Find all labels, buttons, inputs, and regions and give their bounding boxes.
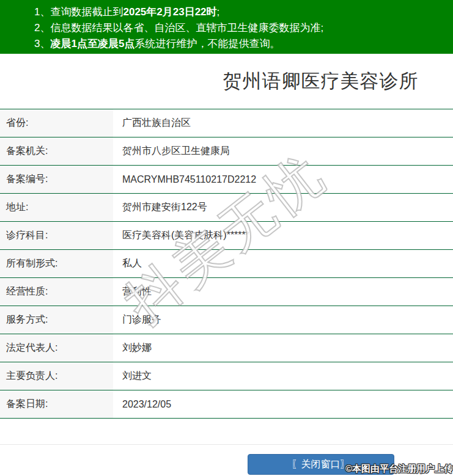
field-value: 刘进文 <box>113 362 453 390</box>
notice-banner: 1、查询数据截止到2025年2月23日22时; 2、信息数据结果以各省、自治区、… <box>0 0 453 54</box>
field-value: 贺州市建安街122号 <box>113 194 453 221</box>
notice-text: 信息数据结果以各省、自治区、直辖市卫生健康委数据为准; <box>50 22 323 34</box>
field-value: 广西壮族自治区 <box>113 109 453 137</box>
table-row-ownership-form: 所有制形式: 私人 <box>0 250 453 278</box>
field-value: 门诊服务 <box>113 306 453 334</box>
close-window-button[interactable]: 〖关闭窗口〗 <box>248 454 394 475</box>
registration-info-table: 省份: 广西壮族自治区 备案机关: 贺州市八步区卫生健康局 备案编号: MACR… <box>0 109 453 419</box>
table-row-filing-authority: 备案机关: 贺州市八步区卫生健康局 <box>0 137 453 166</box>
field-value: 2023/12/05 <box>113 390 453 418</box>
notice-text-bold: 2025年2月23日22时 <box>123 6 216 18</box>
field-label: 主要负责人: <box>0 362 113 390</box>
field-label: 经营性质: <box>0 278 113 306</box>
page-title: 贺州语卿医疗美容诊所 <box>223 68 419 94</box>
field-value: 医疗美容科(美容皮肤科)****** <box>113 222 453 249</box>
query-result-page: 1、查询数据截止到2025年2月23日22时; 2、信息数据结果以各省、自治区、… <box>0 0 453 476</box>
notice-number: 3、 <box>34 38 50 49</box>
notice-line-3: 3、凌晨1点至凌晨5点系统进行维护，不能提供查询。 <box>34 36 447 52</box>
field-label: 备案日期: <box>0 390 113 418</box>
table-row-legal-representative: 法定代表人: 刘妙娜 <box>0 334 453 362</box>
field-label: 服务方式: <box>0 306 113 334</box>
notice-line-1: 1、查询数据截止到2025年2月23日22时; <box>34 4 447 20</box>
table-row-address: 地址: 贺州市建安街122号 <box>0 194 453 222</box>
notice-number: 2、 <box>34 22 50 34</box>
table-row-filing-number: 备案编号: MACRYMHB745110217D2212 <box>0 166 453 194</box>
field-value: MACRYMHB745110217D2212 <box>113 166 453 193</box>
notice-line-2: 2、信息数据结果以各省、自治区、直辖市卫生健康委数据为准; <box>34 20 447 36</box>
field-label: 备案机关: <box>0 137 113 165</box>
notice-number: 1、 <box>34 6 50 18</box>
field-value: 私人 <box>113 250 453 277</box>
footer-divider <box>0 444 453 445</box>
table-row-province: 省份: 广西壮族自治区 <box>0 109 453 137</box>
field-label: 诊疗科目: <box>0 222 113 249</box>
table-row-treatment-subjects: 诊疗科目: 医疗美容科(美容皮肤科)****** <box>0 222 453 250</box>
notice-text: 系统进行维护，不能提供查询。 <box>134 38 280 49</box>
table-row-filing-date: 备案日期: 2023/12/05 <box>0 390 453 419</box>
table-row-principal: 主要负责人: 刘进文 <box>0 362 453 390</box>
notice-text: 查询数据截止到 <box>50 6 123 18</box>
field-label: 所有制形式: <box>0 250 113 277</box>
field-label: 法定代表人: <box>0 334 113 362</box>
notice-text-bold: 凌晨1点至凌晨5点 <box>50 38 134 49</box>
footer-area: 〖关闭窗口〗 <box>0 444 453 476</box>
field-value: 刘妙娜 <box>113 334 453 362</box>
field-value: 贺州市八步区卫生健康局 <box>113 137 453 165</box>
table-row-business-nature: 经营性质: 营利性 <box>0 278 453 306</box>
field-label: 省份: <box>0 109 113 137</box>
field-value: 营利性 <box>113 278 453 306</box>
table-row-service-mode: 服务方式: 门诊服务 <box>0 306 453 334</box>
field-label: 备案编号: <box>0 166 113 193</box>
field-label: 地址: <box>0 194 113 221</box>
title-area: 贺州语卿医疗美容诊所 <box>94 54 453 109</box>
notice-text: ; <box>217 6 220 18</box>
